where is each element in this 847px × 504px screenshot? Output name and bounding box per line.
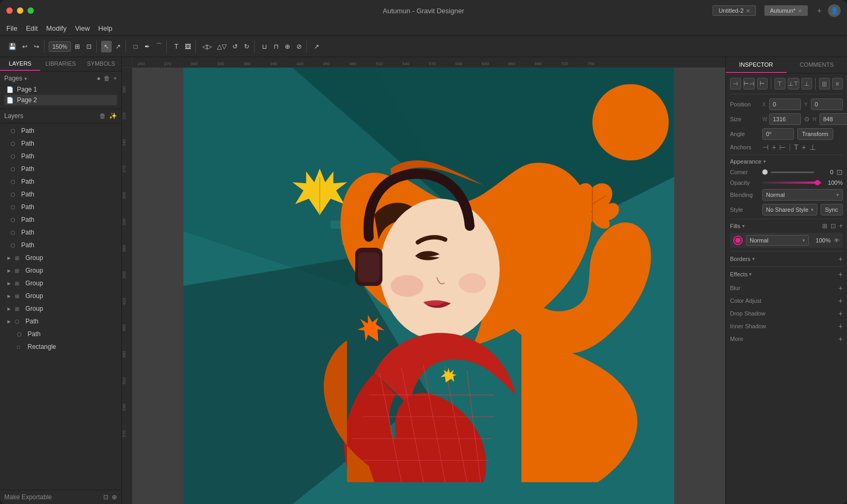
menu-file[interactable]: File (6, 24, 17, 32)
menu-edit[interactable]: Edit (26, 24, 38, 32)
image-tool[interactable]: 🖼 (183, 41, 193, 52)
align-center-h-btn[interactable]: ⊢⊣ (743, 78, 755, 89)
corner-options-icon[interactable]: ⊡ (836, 168, 843, 176)
layer-path-8[interactable]: ⬡ Path (0, 213, 121, 226)
more-add-icon[interactable]: + (839, 335, 843, 343)
sync-button[interactable]: Sync (821, 204, 843, 215)
pages-chevron-icon[interactable]: ▾ (24, 76, 27, 82)
rectangle-tool[interactable]: □ (130, 41, 141, 52)
y-input[interactable] (811, 98, 843, 110)
tab-close-icon[interactable]: ✕ (798, 8, 802, 14)
expand-icon-1[interactable]: ▶ (7, 256, 11, 260)
fills-chevron-icon[interactable]: ▾ (742, 223, 745, 229)
layer-path-4[interactable]: ⬡ Path (0, 163, 121, 175)
anchor-mid-icon[interactable]: + (801, 143, 806, 151)
export-label[interactable]: Make Exportable (4, 493, 52, 501)
page-delete-icon[interactable]: 🗑 (104, 75, 110, 82)
blending-select[interactable]: Normal ▾ (762, 189, 843, 201)
borders-chevron-icon[interactable]: ▾ (752, 256, 755, 262)
layer-path-10[interactable]: ⬡ Path (0, 239, 121, 251)
link-proportions-icon[interactable]: ⊙ (804, 115, 809, 123)
rotate-right-button[interactable]: ↻ (241, 41, 252, 52)
expand-icon-path[interactable]: ▶ (7, 319, 11, 324)
expand-icon-4[interactable]: ▶ (7, 294, 11, 299)
layers-delete-icon[interactable]: 🗑 (100, 112, 106, 120)
tab-layers[interactable]: LAYERS (0, 57, 40, 71)
w-input[interactable] (769, 113, 801, 125)
fill-mode-select[interactable]: Normal ▾ (746, 235, 809, 246)
layer-path-5[interactable]: ⬡ Path (0, 175, 121, 188)
x-input[interactable] (769, 98, 801, 110)
borders-add-icon[interactable]: + (839, 255, 843, 263)
union-button[interactable]: ⊔ (259, 41, 269, 52)
tab-comments[interactable]: COMMENTS (787, 57, 848, 73)
undo-button[interactable]: ↩ (20, 41, 30, 52)
corner-slider[interactable] (771, 172, 814, 173)
mask-button[interactable]: ⊘ (294, 41, 304, 52)
anchor-right-icon[interactable]: ⊢ (779, 143, 786, 151)
new-tab-icon[interactable]: + (817, 6, 822, 15)
fill-eye-icon[interactable]: 👁 (834, 237, 840, 244)
page-visibility-icon[interactable]: ● (97, 75, 101, 82)
style-select[interactable]: No Shared Style ▾ (762, 204, 817, 215)
select-tool[interactable]: ↖ (101, 41, 112, 52)
menu-view[interactable]: View (75, 24, 90, 32)
layer-path-17[interactable]: ⬡ Path (0, 328, 121, 340)
fit-button[interactable]: ⊞ (72, 41, 83, 52)
transform-button[interactable]: Transform (797, 128, 833, 140)
align-left-btn[interactable]: ⊣ (730, 78, 741, 89)
color-adjust-add-icon[interactable]: + (839, 296, 843, 305)
layer-path-7[interactable]: ⬡ Path (0, 201, 121, 213)
anchor-top-icon[interactable]: T (794, 143, 799, 151)
page-item-2[interactable]: 📄 Page 2 (4, 95, 117, 105)
path-tool[interactable]: ⌒ (154, 41, 164, 52)
export-button[interactable]: ↗ (311, 41, 322, 52)
page-add-icon[interactable]: + (113, 75, 117, 82)
align-bottom-btn[interactable]: ⊥ (801, 78, 813, 89)
align-right-btn[interactable]: ⊢ (757, 78, 768, 89)
rotate-left-button[interactable]: ↺ (230, 41, 240, 52)
tab-symbols[interactable]: SYMBOLS (81, 57, 121, 71)
layer-group-3[interactable]: ▶ ⊞ Group (0, 277, 121, 290)
layer-path-group[interactable]: ▶ ⬡ Path (0, 315, 121, 328)
flip-h-button[interactable]: ◁▷ (200, 41, 214, 52)
export-add-icon[interactable]: ⊕ (112, 493, 117, 501)
effects-add-icon[interactable]: + (839, 270, 843, 278)
opacity-slider[interactable] (762, 182, 821, 184)
angle-input[interactable] (762, 128, 794, 140)
layer-path-1[interactable]: ⬡ Path (0, 124, 121, 137)
zoom-display[interactable]: 150% (49, 41, 71, 52)
fill-toggle[interactable] (733, 236, 743, 245)
inner-shadow-add-icon[interactable]: + (839, 322, 843, 330)
anchor-bottom-icon[interactable]: ⊥ (809, 143, 816, 151)
layer-group-4[interactable]: ▶ ⊞ Group (0, 290, 121, 302)
h-input[interactable] (819, 113, 847, 125)
effects-chevron-icon[interactable]: ▾ (749, 272, 752, 277)
tab-untitled[interactable]: Untitled-2 ✕ (713, 5, 755, 16)
maximize-button[interactable] (28, 7, 34, 14)
drop-shadow-add-icon[interactable]: + (839, 309, 843, 318)
pen-tool[interactable]: ✒ (142, 41, 152, 52)
align-center-v-btn[interactable]: ⊥⊤ (788, 78, 799, 89)
layer-path-6[interactable]: ⬡ Path (0, 188, 121, 201)
redo-button[interactable]: ↪ (31, 41, 42, 52)
align-dist-v-btn[interactable]: ≡ (832, 78, 843, 89)
layer-path-2[interactable]: ⬡ Path (0, 137, 121, 150)
tab-libraries[interactable]: LIBRARIES (40, 57, 80, 71)
appearance-header[interactable]: Appearance ▾ (730, 158, 843, 165)
fills-copy-icon[interactable]: ⊡ (831, 222, 836, 230)
page-item-1[interactable]: 📄 Page 1 (4, 84, 117, 95)
layer-path-9[interactable]: ⬡ Path (0, 226, 121, 239)
layer-group-1[interactable]: ▶ ⊞ Group (0, 251, 121, 264)
canvas-viewport[interactable] (132, 68, 725, 504)
anchor-center-icon[interactable]: + (772, 143, 776, 151)
tab-autumun[interactable]: Autumun* ✕ (764, 5, 808, 16)
expand-icon-3[interactable]: ▶ (7, 281, 11, 286)
layer-group-5[interactable]: ▶ ⊞ Group (0, 302, 121, 315)
align-dist-h-btn[interactable]: ||| (819, 78, 830, 89)
fills-preset-icon[interactable]: ⊞ (822, 222, 827, 230)
layer-path-3[interactable]: ⬡ Path (0, 150, 121, 163)
text-tool[interactable]: T (171, 41, 182, 52)
subtract-button[interactable]: ⊓ (271, 41, 281, 52)
layers-add-icon[interactable]: ✨ (109, 112, 117, 120)
